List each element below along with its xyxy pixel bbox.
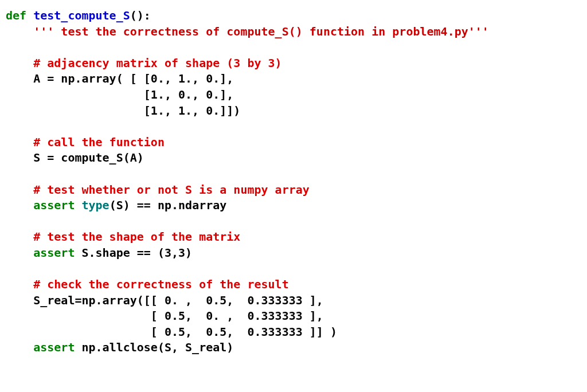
comment-3: # test whether or not S is a numpy array <box>33 183 310 197</box>
keyword-assert-3: assert <box>33 340 75 354</box>
space-1 <box>75 198 81 212</box>
comment-2: # call the function <box>33 135 165 149</box>
keyword-assert-1: assert <box>33 198 75 212</box>
keyword-assert-2: assert <box>33 246 75 260</box>
array-def-line-2: [1., 0., 0.], <box>33 88 233 101</box>
keyword-def: def <box>6 9 26 22</box>
assert-3-tail: np.allclose(S, S_real) <box>75 340 233 354</box>
assert-1-tail: (S) == np.ndarray <box>109 198 227 212</box>
function-name: test_compute_S <box>33 9 130 22</box>
comment-1: # adjacency matrix of shape (3 by 3) <box>33 56 281 70</box>
comment-4: # test the shape of the matrix <box>33 230 240 244</box>
s-real-line-2: [ 0.5, 0. , 0.333333 ], <box>33 309 323 323</box>
s-real-line-1: S_real=np.array([[ 0. , 0.5, 0.333333 ], <box>33 293 323 307</box>
s-real-line-3: [ 0.5, 0.5, 0.333333 ]] ) <box>33 325 337 339</box>
call-line: S = compute_S(A) <box>33 151 144 164</box>
array-def-line-3: [1., 1., 0.]]) <box>33 104 240 117</box>
array-def-line-1: A = np.array( [ [0., 1., 0.], <box>33 72 233 85</box>
docstring-open: ''' <box>33 25 54 38</box>
assert-2-tail: S.shape == (3,3) <box>75 246 192 260</box>
signature-tail: (): <box>130 9 151 22</box>
docstring-body: test the correctness of compute_S() func… <box>54 25 468 38</box>
docstring-close: ''' <box>468 25 489 38</box>
comment-5: # check the correctness of the result <box>33 277 289 291</box>
builtin-type: type <box>81 198 109 212</box>
python-code-block: def test_compute_S(): ''' test the corre… <box>0 0 587 362</box>
